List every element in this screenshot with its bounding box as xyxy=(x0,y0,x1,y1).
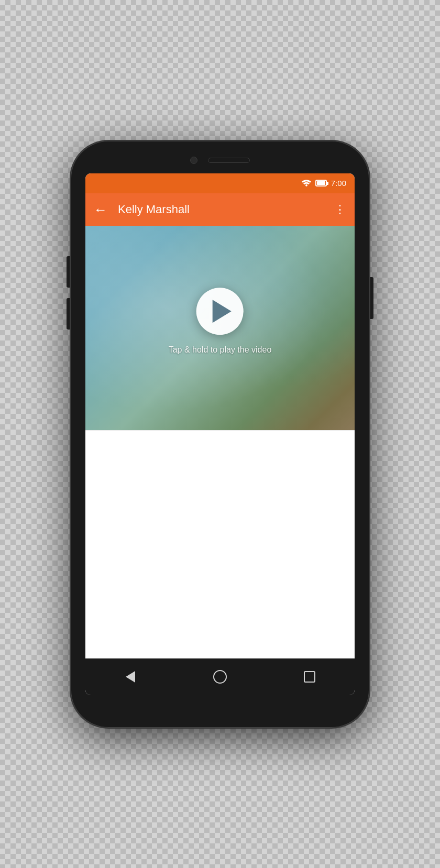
status-bar-right: 7:00 xyxy=(302,179,346,188)
wifi-icon xyxy=(302,180,311,187)
navigation-bar xyxy=(85,658,355,695)
app-bar-title: Kelly Marshall xyxy=(118,203,334,216)
svg-point-0 xyxy=(305,184,307,186)
power-button[interactable] xyxy=(369,277,373,319)
status-bar: 7:00 xyxy=(85,173,355,193)
volume-up-button[interactable] xyxy=(67,256,71,288)
battery-icon xyxy=(315,180,327,186)
play-button[interactable] xyxy=(196,288,244,335)
front-camera xyxy=(190,157,197,164)
speaker-slot xyxy=(208,158,250,163)
nav-recents-icon xyxy=(304,671,315,683)
nav-back-button[interactable] xyxy=(121,667,140,686)
status-time: 7:00 xyxy=(331,179,346,188)
video-player[interactable]: Tap & hold to play the video xyxy=(85,226,355,430)
play-icon xyxy=(213,300,232,323)
play-button-container: Tap & hold to play the video xyxy=(169,288,272,355)
volume-down-button[interactable] xyxy=(67,298,71,329)
content-area xyxy=(85,430,355,658)
phone-device: 7:00 ← Kelly Marshall ⋮ Tap & hold to pl… xyxy=(71,141,369,728)
phone-top-bar xyxy=(190,157,250,164)
more-options-button[interactable]: ⋮ xyxy=(334,203,346,216)
nav-back-icon xyxy=(126,671,135,683)
phone-screen: 7:00 ← Kelly Marshall ⋮ Tap & hold to pl… xyxy=(85,173,355,695)
back-button[interactable]: ← xyxy=(94,203,107,216)
app-bar: ← Kelly Marshall ⋮ xyxy=(85,193,355,226)
nav-recents-button[interactable] xyxy=(300,667,319,686)
video-hint: Tap & hold to play the video xyxy=(169,345,272,355)
nav-home-button[interactable] xyxy=(211,667,229,686)
nav-home-icon xyxy=(213,670,227,684)
